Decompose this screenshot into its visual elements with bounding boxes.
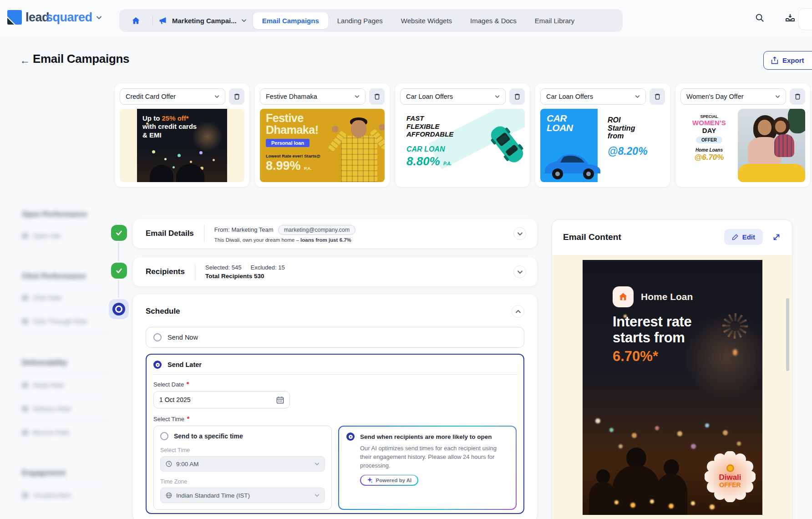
sidebar-item[interactable]: Delivery Rate <box>22 405 71 412</box>
from-label: From: Marketing Team <box>214 226 274 233</box>
workspace-selector[interactable]: Marketing Campai... <box>158 16 247 25</box>
delete-campaign-button[interactable] <box>509 88 525 105</box>
metric-icon <box>22 318 28 325</box>
campaign-select-value: Credit Card Offer <box>126 93 176 100</box>
time-select[interactable]: 9:00 AM <box>160 456 325 472</box>
send-now-radio[interactable] <box>153 333 162 341</box>
app-canvas: leadsquared Marketing Campai... Email Ca… <box>0 0 812 519</box>
metric-icon <box>22 406 28 412</box>
recipients-section: Recipients Selected: 545 Excluded: 15 To… <box>133 257 537 286</box>
timezone-field-label: Time Zone <box>160 478 325 485</box>
delete-campaign-button[interactable] <box>650 88 665 105</box>
campaign-select[interactable]: Credit Card Offer <box>120 88 225 105</box>
sidebar-item[interactable]: Bounce Rate <box>22 429 70 436</box>
megaphone-icon <box>158 16 167 25</box>
send-later-radio[interactable] <box>153 361 162 369</box>
send-later-row[interactable]: Send Later <box>153 361 517 369</box>
campaign-select-value: Car Loan Offers <box>406 93 453 100</box>
tab-email-library[interactable]: Email Library <box>526 12 584 29</box>
campaign-banner-car-loan-teal: FASTFLEXIBLEAFFORDABLE CAR LOAN 8.80% P.… <box>400 109 525 182</box>
nav-divider <box>152 15 153 25</box>
share-icon <box>771 56 778 64</box>
sidebar-item[interactable]: Click Through Rate <box>22 318 87 325</box>
inbox-download-icon[interactable] <box>785 13 796 23</box>
sidebar-item[interactable]: Reply Rate <box>22 382 64 389</box>
expand-icon[interactable] <box>772 233 781 242</box>
ai-send-description: Our AI optimizes send times for each rec… <box>360 444 508 470</box>
edit-button[interactable]: Edit <box>724 229 763 245</box>
tab-email-campaigns[interactable]: Email Campaigns <box>253 12 328 29</box>
sidebar-item[interactable]: Click Rate <box>22 294 62 301</box>
preview-scrollbar[interactable] <box>786 298 789 371</box>
send-now-option[interactable]: Send Now <box>146 327 524 348</box>
tab-landing-pages[interactable]: Landing Pages <box>328 12 392 29</box>
ai-send-row[interactable]: Send when recipients are more likely to … <box>346 432 508 441</box>
delete-campaign-button[interactable] <box>790 88 805 105</box>
collapse-section-button[interactable] <box>512 305 524 318</box>
campaign-select[interactable]: Car Loan Offers <box>400 88 506 105</box>
specific-time-radio[interactable] <box>160 432 168 440</box>
campaign-card: Car Loan Offers CARLOAN ROIStartingfrom … <box>535 83 670 187</box>
search-icon[interactable] <box>755 13 765 23</box>
subject-line: This Diwali, own your dream home – loans… <box>214 237 513 243</box>
campaign-select[interactable]: Car Loan Offers <box>540 88 646 105</box>
send-later-option: Send Later Select Date 1 Oct 2025 Select… <box>146 354 524 514</box>
bokeh-lights <box>146 122 148 125</box>
select-date-label: Select Date <box>153 381 184 388</box>
leadsquared-logo[interactable]: leadsquared <box>7 10 102 25</box>
chevron-down-icon[interactable] <box>96 15 102 20</box>
expand-section-button[interactable] <box>513 227 526 240</box>
teal-car-graphic <box>486 122 525 168</box>
primary-nav: Marketing Campai... Email Campaigns Land… <box>119 9 623 32</box>
campaign-card: Festive Dhamaka FestiveDhamaka! Personal… <box>255 83 390 187</box>
person-silhouette <box>176 164 204 182</box>
date-input[interactable]: 1 Oct 2025 <box>153 391 290 408</box>
chevron-down-icon <box>315 494 320 497</box>
home-icon[interactable] <box>131 16 141 25</box>
banner-headline: Interest ratestarts from <box>613 314 692 346</box>
delete-campaign-button[interactable] <box>369 88 385 105</box>
campaign-select[interactable]: Women's Day Offer <box>680 88 786 105</box>
sidebar-item[interactable]: Unsubscribes <box>22 492 71 499</box>
banner-brand-text: Home Loan <box>641 291 693 302</box>
clock-icon <box>166 461 172 467</box>
chevron-down-icon <box>635 95 640 98</box>
metric-icon <box>22 233 28 239</box>
export-button[interactable]: Export <box>763 51 812 70</box>
excited-man-figure <box>333 114 385 182</box>
step-complete-recipients <box>111 263 127 279</box>
specific-time-label: Send to a specific time <box>174 432 243 440</box>
sidebar-item[interactable]: Open rate <box>22 232 61 239</box>
banner-rate: 6.70%* <box>613 348 658 365</box>
delete-campaign-button[interactable] <box>229 88 244 105</box>
person-silhouette <box>150 165 173 182</box>
timezone-select[interactable]: Indian Standard Time (IST) <box>160 488 325 503</box>
ai-send-radio[interactable] <box>346 432 355 441</box>
campaign-banner-credit-card: Up to 25% off*with credit cards& EMI <box>120 109 244 182</box>
tab-website-widgets[interactable]: Website Widgets <box>392 12 461 29</box>
leadsquared-logo-icon <box>7 10 22 25</box>
chevron-down-icon <box>495 95 500 98</box>
chevron-down-icon <box>517 270 523 274</box>
corner-button[interactable] <box>798 8 812 30</box>
total-recipients: Total Recipients 530 <box>205 273 513 280</box>
calendar-icon <box>276 396 284 404</box>
tab-images-docs[interactable]: Images & Docs <box>461 12 526 29</box>
diwali-email-banner: Home Loan Interest ratestarts from 6.70%… <box>583 260 762 515</box>
divider <box>195 263 195 280</box>
top-right-icons <box>755 13 796 23</box>
schedule-section: Schedule Send Now Send Later Select Date… <box>133 294 537 519</box>
trash-icon <box>233 93 240 100</box>
campaign-select[interactable]: Festive Dhamaka <box>260 88 365 105</box>
required-dot <box>187 417 189 419</box>
trash-icon <box>654 93 661 100</box>
expand-section-button[interactable] <box>513 265 526 278</box>
banner-image: Up to 25% off*with credit cards& EMI <box>137 109 227 182</box>
time-field-label: Select Time <box>160 447 325 453</box>
specific-time-row[interactable]: Send to a specific time <box>160 432 325 440</box>
back-arrow-icon[interactable]: ← <box>20 55 30 66</box>
workspace-label: Marketing Campai... <box>172 17 237 25</box>
sidebar-group-title: Deliverability <box>22 359 67 367</box>
ai-send-option-box: Send when recipients are more likely to … <box>338 426 517 510</box>
section-title: Recipients <box>146 267 185 276</box>
